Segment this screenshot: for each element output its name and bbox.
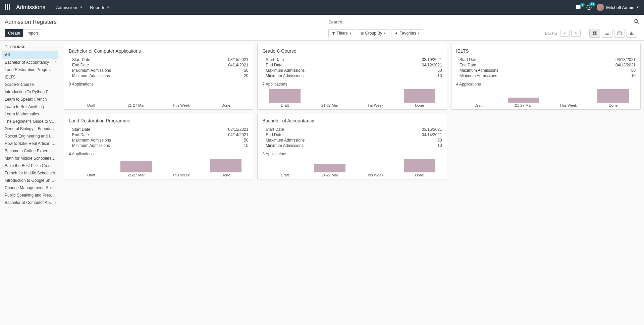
activities-icon[interactable]: 14: [586, 4, 592, 10]
import-button[interactable]: Import: [23, 29, 41, 37]
field-value: 50: [244, 68, 248, 73]
menu-reports[interactable]: Reports ▼: [90, 5, 109, 10]
sidebar-item[interactable]: How to Bake Real Artisan Br…: [2, 140, 58, 147]
kanban-card[interactable]: Land Restoration ProgrammeStart Date03/1…: [64, 114, 253, 179]
chart-category-label: Done: [203, 173, 248, 177]
chart-category-label: This Week: [352, 103, 397, 107]
applications-count: 4 Applications: [456, 82, 636, 87]
field-value: 04/14/2021: [228, 63, 248, 67]
field-label: Start Date: [72, 127, 90, 132]
chart-bar: [404, 89, 435, 103]
chart-labels: Draft21-27 MarThis WeekDone: [456, 103, 636, 107]
favorites-label: Favorites: [399, 31, 416, 36]
card-field-row: End Date04/14/2021: [262, 132, 442, 138]
field-label: Start Date: [460, 57, 478, 62]
chart-category-label: This Week: [352, 173, 397, 177]
chart-bar: [269, 89, 301, 103]
kanban-card[interactable]: Bachelor of AccountancyStart Date03/15/2…: [257, 114, 447, 179]
chart-category-label: This Week: [159, 173, 204, 177]
sidebar-item[interactable]: IELTS: [2, 73, 58, 81]
card-field-row: Maximum Admissions50: [262, 68, 442, 73]
field-label: Maximum Admissions: [72, 138, 111, 143]
field-value: 50: [437, 138, 442, 143]
card-field-row: Minimum Admissions10: [456, 73, 636, 78]
view-calendar-button[interactable]: [614, 29, 625, 38]
caret-down-icon: ▼: [418, 32, 420, 35]
field-label: Start Date: [266, 57, 284, 62]
field-label: Minimum Admissions: [266, 73, 304, 78]
pager-prev-button[interactable]: [560, 30, 570, 37]
field-value: 20: [244, 73, 248, 78]
chart-category-label: 21-27 Mar: [114, 173, 159, 177]
sidebar-item[interactable]: Learn to Speak: French: [2, 96, 58, 103]
sidebar-item[interactable]: Learn to Sell Anything: [2, 103, 58, 110]
chart-category-label: Draft: [262, 173, 307, 177]
chart-bar: [508, 98, 539, 103]
view-graph-button[interactable]: [627, 29, 637, 38]
sidebar-item[interactable]: Public Speaking and Present…: [2, 192, 58, 199]
chart-category-label: 21-27 Mar: [307, 103, 352, 107]
sidebar-item[interactable]: Introduction To Python Progr…: [2, 88, 58, 96]
calendar-icon: [617, 31, 622, 36]
search-input[interactable]: [328, 18, 634, 26]
card-chart: [456, 88, 636, 103]
user-menu[interactable]: Mitchell Admin ▼: [597, 4, 639, 11]
search-icon[interactable]: [634, 19, 639, 25]
sidebar-item[interactable]: Introduction to Google Sheets: [2, 177, 58, 184]
sidebar-item[interactable]: Change Management: Real …: [2, 184, 58, 192]
menu-admissions[interactable]: Admissions ▼: [56, 5, 83, 10]
applications-count: 7 Applications: [262, 82, 442, 87]
sidebar-item[interactable]: Math for Middle Schoolers: S…: [2, 155, 58, 162]
pager-text[interactable]: 1-5 / 5: [544, 31, 557, 36]
card-chart: [262, 158, 442, 172]
kanban-card[interactable]: Bachelor of Computer ApplicationsStart D…: [64, 44, 253, 110]
filters-button[interactable]: Filters ▼: [328, 29, 355, 37]
field-value: 04/14/2021: [422, 132, 442, 137]
field-label: Maximum Admissions: [460, 68, 498, 73]
view-kanban-button[interactable]: [589, 29, 600, 38]
group-by-button[interactable]: Group By ▼: [357, 29, 390, 37]
field-label: Minimum Admissions: [460, 73, 497, 78]
card-field-row: Start Date03/15/2021: [69, 57, 248, 62]
chevron-left-icon: [563, 32, 567, 35]
card-field-row: Minimum Admissions10: [262, 143, 442, 148]
kanban-area: Bachelor of Computer ApplicationsStart D…: [60, 41, 644, 325]
chart-labels: Draft21-27 MarThis WeekDone: [262, 173, 442, 177]
card-title: Land Restoration Programme: [69, 118, 248, 123]
sidebar-item[interactable]: Learn Mathematics: [2, 110, 58, 118]
avatar: [597, 4, 604, 11]
card-field-row: Start Date03/19/2021: [262, 57, 442, 62]
chart-category-label: Done: [397, 103, 442, 107]
sidebar: COURSE AllBachelor of Accountancy◂Land R…: [0, 41, 60, 325]
sidebar-item[interactable]: French for Middle Schoolers: [2, 169, 58, 177]
pager-next-button[interactable]: [571, 30, 581, 37]
sidebar-item[interactable]: General Biology I: Foundatio…: [2, 125, 58, 132]
field-label: End Date: [72, 63, 89, 67]
card-title: Bachelor of Accountancy: [262, 118, 442, 123]
sidebar-item[interactable]: All: [2, 51, 58, 59]
chevron-left-icon: ◂: [55, 60, 56, 63]
card-field-row: Start Date03/18/2021: [456, 57, 636, 62]
view-list-button[interactable]: [602, 29, 612, 38]
sidebar-item[interactable]: Rocket Engineering and Inte…: [2, 132, 58, 140]
card-field-row: End Date04/14/2021: [69, 62, 248, 68]
chart-category-label: This Week: [159, 103, 204, 107]
sidebar-item[interactable]: Bachelor of Accountancy◂: [2, 59, 58, 66]
card-field-row: End Date04/12/2021: [262, 62, 442, 68]
app-brand[interactable]: Admissions: [16, 4, 45, 11]
apps-icon[interactable]: [5, 4, 11, 10]
favorites-button[interactable]: ★ Favorites ▼: [391, 29, 423, 37]
sidebar-item[interactable]: Bachelor of Computer Ap…◂: [2, 199, 58, 206]
create-button[interactable]: Create: [5, 29, 23, 37]
sidebar-item[interactable]: Grade-8-Course: [2, 81, 58, 88]
chart-bar: [597, 89, 629, 103]
sidebar-item[interactable]: The Beginner's Guide to Veg…: [2, 118, 58, 125]
kanban-card[interactable]: IELTSStart Date03/18/2021End Date04/13/2…: [451, 44, 641, 110]
field-value: 10: [437, 73, 442, 78]
sidebar-group-title: COURSE: [4, 45, 56, 49]
sidebar-item[interactable]: Bake the Best Pizza Crust: [2, 162, 58, 169]
sidebar-item[interactable]: Become a Coffee Expert: Ho…: [2, 147, 58, 155]
sidebar-item[interactable]: Land Restoration Programme: [2, 66, 58, 73]
messages-icon[interactable]: 3: [575, 5, 581, 10]
kanban-card[interactable]: Grade-8-CourseStart Date03/19/2021End Da…: [257, 44, 447, 110]
